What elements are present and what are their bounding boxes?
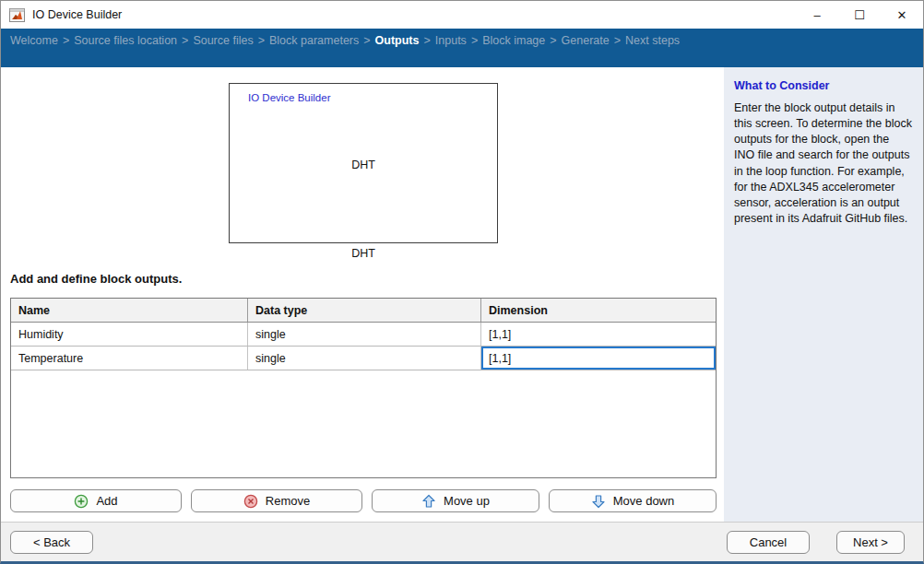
- column-header-name[interactable]: Name: [11, 299, 248, 322]
- window-title: IO Device Builder: [32, 8, 122, 21]
- add-icon: [74, 494, 89, 509]
- breadcrumb-separator: >: [258, 34, 265, 47]
- breadcrumb-item-generate[interactable]: Generate: [562, 34, 610, 47]
- breadcrumb-separator: >: [63, 34, 69, 47]
- move-up-button-label: Move up: [444, 494, 490, 508]
- block-preview-image: IO Device Builder DHT: [229, 83, 498, 243]
- io-device-builder-window: IO Device Builder – ☐ ✕ Welcome>Source f…: [0, 0, 924, 564]
- breadcrumb-separator: >: [550, 34, 556, 47]
- cell-temperature-data-type[interactable]: single: [248, 347, 481, 370]
- close-button[interactable]: ✕: [881, 1, 923, 29]
- content-area: IO Device Builder DHT DHT Add and define…: [1, 67, 923, 522]
- breadcrumb-item-next-steps[interactable]: Next steps: [625, 34, 680, 47]
- table-action-buttons: Add Remove Move up: [10, 489, 717, 512]
- outputs-section-heading: Add and define block outputs.: [10, 272, 182, 286]
- sidebar-help-text: Enter the block output details in this s…: [734, 100, 912, 227]
- move-up-button[interactable]: Move up: [372, 489, 539, 512]
- column-header-data-type[interactable]: Data type: [248, 299, 481, 322]
- main-panel: IO Device Builder DHT DHT Add and define…: [1, 67, 724, 522]
- move-down-button[interactable]: Move down: [549, 489, 717, 512]
- help-sidebar: What to Consider Enter the block output …: [724, 67, 923, 522]
- titlebar: IO Device Builder – ☐ ✕: [1, 1, 923, 29]
- footer-bar: < Back Cancel Next >: [1, 522, 923, 562]
- breadcrumb-separator: >: [363, 34, 370, 47]
- add-button[interactable]: Add: [10, 489, 182, 512]
- breadcrumb-separator: >: [614, 34, 621, 47]
- next-button[interactable]: Next >: [836, 531, 905, 554]
- breadcrumb-separator: >: [471, 34, 478, 47]
- table-row-humidity: Humidity single [1,1]: [11, 323, 716, 347]
- cell-humidity-name[interactable]: Humidity: [11, 323, 248, 346]
- outputs-table: Name Data type Dimension Humidity single…: [10, 298, 717, 478]
- add-button-label: Add: [96, 494, 117, 508]
- breadcrumb-item-block-parameters[interactable]: Block parameters: [269, 34, 359, 47]
- table-row-temperature: Temperature single [1,1]: [11, 347, 716, 370]
- breadcrumb-separator: >: [182, 34, 188, 47]
- outputs-table-header: Name Data type Dimension: [11, 299, 716, 323]
- minimize-button[interactable]: –: [796, 1, 838, 29]
- breadcrumb-separator: >: [424, 34, 431, 47]
- breadcrumb-item-inputs[interactable]: Inputs: [435, 34, 467, 47]
- move-down-button-label: Move down: [613, 494, 674, 508]
- cell-temperature-name[interactable]: Temperature: [11, 347, 248, 370]
- breadcrumb-item-block-image[interactable]: Block image: [482, 34, 545, 47]
- remove-button-label: Remove: [266, 494, 310, 508]
- remove-icon: [243, 494, 258, 509]
- block-preview-title: IO Device Builder: [248, 92, 330, 103]
- move-up-arrow-icon: [421, 494, 436, 509]
- breadcrumb-item-welcome[interactable]: Welcome: [10, 34, 58, 47]
- block-preview-caption: DHT: [229, 247, 498, 260]
- cell-humidity-dimension[interactable]: [1,1]: [481, 323, 716, 346]
- sidebar-heading: What to Consider: [734, 79, 912, 92]
- cell-temperature-dimension-selected[interactable]: [1,1]: [481, 347, 716, 370]
- cancel-button[interactable]: Cancel: [727, 531, 810, 554]
- maximize-button[interactable]: ☐: [838, 1, 881, 29]
- matlab-app-icon: [9, 8, 25, 22]
- breadcrumb: Welcome>Source files location>Source fil…: [1, 29, 923, 67]
- breadcrumb-item-source-files-location[interactable]: Source files location: [74, 34, 177, 47]
- cell-humidity-data-type[interactable]: single: [248, 323, 481, 346]
- back-button[interactable]: < Back: [10, 531, 93, 554]
- window-controls: – ☐ ✕: [796, 1, 923, 29]
- block-preview-center-text: DHT: [230, 159, 497, 171]
- move-down-arrow-icon: [591, 494, 606, 509]
- breadcrumb-item-source-files[interactable]: Source files: [193, 34, 253, 47]
- column-header-dimension[interactable]: Dimension: [481, 299, 716, 322]
- breadcrumb-item-outputs-current[interactable]: Outputs: [375, 34, 420, 47]
- remove-button[interactable]: Remove: [191, 489, 362, 512]
